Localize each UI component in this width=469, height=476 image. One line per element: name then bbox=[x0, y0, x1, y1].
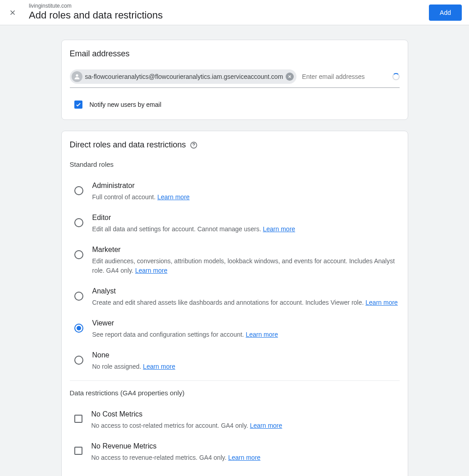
role-item: Editor Edit all data and settings for ac… bbox=[70, 208, 400, 240]
email-card-title: Email addresses bbox=[70, 49, 400, 59]
chip-remove-button[interactable] bbox=[286, 73, 294, 81]
role-desc: Full control of account. Learn more bbox=[92, 192, 400, 202]
standard-roles-label: Standard roles bbox=[70, 160, 400, 168]
email-input[interactable] bbox=[300, 70, 388, 83]
role-desc: See report data and configuration settin… bbox=[92, 330, 400, 339]
role-radio[interactable] bbox=[74, 292, 83, 301]
notify-checkbox[interactable] bbox=[74, 101, 82, 109]
role-item: Viewer See report data and configuration… bbox=[70, 314, 400, 346]
help-icon[interactable] bbox=[190, 141, 198, 149]
roles-card-title: Direct roles and data restrictions bbox=[70, 140, 186, 150]
roles-card: Direct roles and data restrictions Stand… bbox=[61, 131, 408, 476]
restriction-checkbox[interactable] bbox=[74, 447, 82, 455]
learn-more-link[interactable]: Learn more bbox=[228, 454, 260, 461]
chip-email-text: sa-flowcourieranalytics@flowcourieranaly… bbox=[85, 73, 283, 80]
restrictions-label: Data restrictions (GA4 properties only) bbox=[70, 389, 400, 397]
notify-label: Notify new users by email bbox=[90, 101, 162, 108]
role-list: Administrator Full control of account. L… bbox=[70, 176, 400, 378]
role-item: Analyst Create and edit shared assets li… bbox=[70, 282, 400, 314]
restriction-desc: No access to revenue-related metrics. GA… bbox=[91, 453, 400, 462]
restriction-desc: No access to cost-related metrics for ac… bbox=[91, 421, 400, 430]
header-domain: livinginstitute.com bbox=[29, 3, 429, 9]
dialog-header: livinginstitute.com Add roles and data r… bbox=[0, 0, 469, 25]
email-input-row[interactable]: sa-flowcourieranalytics@flowcourieranaly… bbox=[70, 69, 400, 88]
restriction-item: No Revenue Metrics No access to revenue-… bbox=[70, 437, 400, 469]
role-desc: Create and edit shared assets like dashb… bbox=[92, 298, 400, 307]
learn-more-link[interactable]: Learn more bbox=[246, 331, 278, 338]
role-radio[interactable] bbox=[74, 356, 83, 365]
role-title: Editor bbox=[92, 214, 400, 222]
learn-more-link[interactable]: Learn more bbox=[157, 193, 190, 201]
role-title: Viewer bbox=[92, 319, 400, 327]
role-radio[interactable] bbox=[74, 186, 83, 195]
role-radio[interactable] bbox=[74, 324, 83, 333]
role-title: Administrator bbox=[92, 182, 400, 190]
close-icon bbox=[9, 9, 17, 17]
role-title: None bbox=[92, 351, 400, 359]
learn-more-link[interactable]: Learn more bbox=[263, 225, 296, 233]
role-desc: Edit audiences, conversions, attribution… bbox=[92, 256, 400, 275]
role-item: Marketer Edit audiences, conversions, at… bbox=[70, 240, 400, 282]
role-desc: Edit all data and settings for account. … bbox=[92, 224, 400, 234]
role-item: None No role assigned. Learn more bbox=[70, 346, 400, 378]
restriction-title: No Revenue Metrics bbox=[91, 442, 400, 450]
add-button[interactable]: Add bbox=[429, 5, 462, 21]
learn-more-link[interactable]: Learn more bbox=[135, 267, 168, 274]
close-button[interactable] bbox=[7, 7, 18, 18]
role-title: Analyst bbox=[92, 287, 400, 295]
learn-more-link[interactable]: Learn more bbox=[250, 422, 282, 429]
avatar-icon bbox=[72, 71, 82, 82]
restriction-list: No Cost Metrics No access to cost-relate… bbox=[70, 405, 400, 469]
role-radio[interactable] bbox=[74, 250, 83, 259]
restriction-title: No Cost Metrics bbox=[91, 410, 400, 418]
divider bbox=[70, 380, 400, 381]
restriction-item: No Cost Metrics No access to cost-relate… bbox=[70, 405, 400, 437]
page-title: Add roles and data restrictions bbox=[29, 9, 429, 22]
learn-more-link[interactable]: Learn more bbox=[365, 299, 398, 306]
checkmark-icon bbox=[75, 101, 82, 108]
role-title: Marketer bbox=[92, 246, 400, 254]
restriction-checkbox[interactable] bbox=[74, 415, 82, 423]
svg-point-0 bbox=[76, 74, 78, 77]
email-chip: sa-flowcourieranalytics@flowcourieranaly… bbox=[70, 69, 297, 84]
role-item: Administrator Full control of account. L… bbox=[70, 176, 400, 208]
learn-more-link[interactable]: Learn more bbox=[143, 363, 175, 370]
role-radio[interactable] bbox=[74, 218, 83, 227]
email-card: Email addresses sa-flowcourieranalytics@… bbox=[61, 40, 408, 120]
loading-spinner bbox=[392, 73, 400, 80]
close-icon bbox=[287, 74, 292, 79]
svg-point-2 bbox=[193, 146, 194, 147]
role-desc: No role assigned. Learn more bbox=[92, 362, 400, 371]
